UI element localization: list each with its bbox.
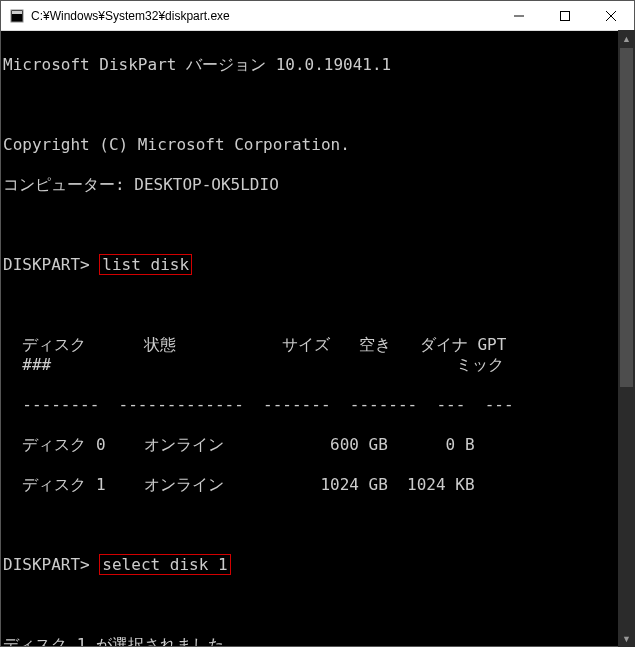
- vertical-scrollbar[interactable]: ▲ ▼: [618, 30, 635, 647]
- disk-table-header: ディスク 状態 サイズ 空き ダイナ GPT ### ミック: [3, 335, 632, 375]
- svg-rect-1: [12, 11, 22, 14]
- prompt: DISKPART>: [3, 255, 90, 274]
- disk-row-0: ディスク 0 オンライン 600 GB 0 B: [3, 435, 632, 455]
- blank: [3, 215, 632, 235]
- app-window: C:¥Windows¥System32¥diskpart.exe Microso…: [0, 0, 635, 647]
- window-controls: [496, 1, 634, 30]
- minimize-button[interactable]: [496, 1, 542, 30]
- svg-rect-3: [561, 11, 570, 20]
- scroll-down-arrow[interactable]: ▼: [618, 630, 635, 647]
- window-title: C:¥Windows¥System32¥diskpart.exe: [31, 9, 496, 23]
- titlebar[interactable]: C:¥Windows¥System32¥diskpart.exe: [1, 1, 634, 31]
- computer-line: コンピューター: DESKTOP-OK5LDIO: [3, 175, 632, 195]
- blank: [3, 95, 632, 115]
- disk-row-1: ディスク 1 オンライン 1024 GB 1024 KB: [3, 475, 632, 495]
- prompt-line: DISKPART> select disk 1: [3, 555, 632, 575]
- terminal-output[interactable]: Microsoft DiskPart バージョン 10.0.19041.1 Co…: [1, 31, 634, 646]
- prompt: DISKPART>: [3, 555, 90, 574]
- cmd-list-disk: list disk: [99, 254, 192, 275]
- app-icon: [9, 8, 25, 24]
- blank: [3, 295, 632, 315]
- scroll-up-arrow[interactable]: ▲: [618, 30, 635, 47]
- maximize-button[interactable]: [542, 1, 588, 30]
- disk-table-sep: -------- ------------- ------- ------- -…: [3, 395, 632, 415]
- copyright-line: Copyright (C) Microsoft Corporation.: [3, 135, 632, 155]
- disk-selected-msg: ディスク 1 が選択されました。: [3, 635, 632, 646]
- cmd-select-disk: select disk 1: [99, 554, 230, 575]
- prompt-line: DISKPART> list disk: [3, 255, 632, 275]
- version-line: Microsoft DiskPart バージョン 10.0.19041.1: [3, 55, 632, 75]
- scrollbar-thumb[interactable]: [620, 48, 633, 387]
- blank: [3, 515, 632, 535]
- blank: [3, 595, 632, 615]
- close-button[interactable]: [588, 1, 634, 30]
